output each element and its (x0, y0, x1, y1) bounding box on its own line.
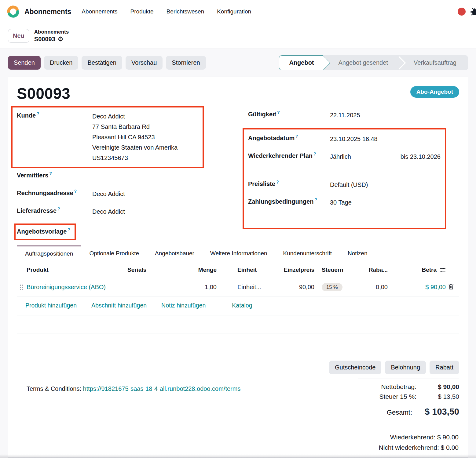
preisliste-label: Preisliste? (248, 179, 330, 187)
help-icon[interactable]: ? (276, 180, 279, 184)
trash-icon[interactable] (448, 283, 454, 290)
new-button[interactable]: Neu (8, 29, 29, 43)
col-betrag[interactable]: Betra (389, 262, 447, 278)
col-steuern[interactable]: Steuern (316, 262, 361, 278)
add-product-link[interactable]: Produkt hinzufügen (25, 302, 77, 309)
col-menge[interactable]: Menge (157, 262, 218, 278)
unit-price-cell[interactable]: 90,00 (270, 279, 316, 296)
menu-berichtswesen[interactable]: Berichtswesen (167, 8, 204, 15)
discount-button[interactable]: Rabatt (430, 361, 459, 374)
help-icon[interactable]: ? (57, 206, 60, 211)
angebotsdatum-value[interactable]: 23.10.2025 16:48 (330, 133, 441, 144)
discount-cell[interactable]: 0,00 (361, 279, 389, 296)
help-icon[interactable]: ? (37, 111, 39, 116)
cancel-button[interactable]: Stornieren (166, 56, 206, 70)
print-button[interactable]: Drucken (44, 56, 78, 70)
action-row: Senden Drucken Bestätigen Vorschau Storn… (0, 55, 476, 70)
actions-column-header (447, 265, 459, 274)
help-icon[interactable]: ? (314, 197, 317, 202)
drag-handle[interactable] (17, 280, 25, 295)
notebook-tabs: Auftragspositionen Optionale Produkte An… (17, 245, 459, 262)
tab-angebotsbauer[interactable]: Angebotsbauer (147, 245, 202, 262)
tab-weitere-informationen[interactable]: Weitere Informationen (202, 245, 275, 262)
vermittlers-value[interactable] (92, 170, 204, 171)
breadcrumb-parent[interactable]: Abonnements (34, 29, 69, 35)
non-recurring-line: Nicht wiederkehrend: $ 0.00 (17, 442, 459, 453)
tax-badge[interactable]: 15 % (322, 283, 342, 291)
col-produkt[interactable]: Produkt (25, 262, 126, 278)
empty-table-area-2 (17, 333, 459, 352)
recurring-summary: Wiederkehrend: $ 90.00 Nicht wiederkehre… (17, 432, 459, 453)
tax-amount-value: $ 13,50 (416, 393, 459, 400)
table-footer-links: Produkt hinzufügen Abschnitt hinzufügen … (17, 296, 459, 315)
field-zahlungsbedingungen: Zahlungsbedingungen? 30 Tage (248, 197, 441, 221)
product-cell[interactable]: Büroreinigungsservice (ABO) (25, 279, 126, 296)
menu-produkte[interactable]: Produkte (130, 8, 154, 15)
lieferadresse-value[interactable]: Deco Addict (92, 206, 204, 217)
confirm-button[interactable]: Bestätigen (82, 56, 122, 70)
coupon-code-button[interactable]: Gutscheincode (329, 361, 381, 374)
adjust-columns-icon[interactable] (440, 267, 446, 273)
net-amount-value: $ 90,00 (416, 383, 459, 391)
reward-button[interactable]: Belohnung (385, 361, 426, 374)
top-navbar: Abonnements Abonnements Produkte Bericht… (0, 0, 476, 23)
col-serials[interactable]: Serials (126, 262, 157, 278)
rechnungsadresse-value[interactable]: Deco Addict (92, 188, 204, 199)
table-header-row: Produkt Serials Menge Einheit Einzelprei… (17, 262, 459, 278)
tab-auftragspositionen[interactable]: Auftragspositionen (17, 245, 81, 262)
preisliste-value[interactable]: Default (USD) (330, 179, 441, 190)
lieferadresse-label: Lieferadresse? (17, 206, 92, 214)
order-lines-table: Produkt Serials Menge Einheit Einzelprei… (17, 262, 459, 352)
menu-abonnements[interactable]: Abonnements (82, 8, 117, 15)
record-header: S00093 Abo-Angebot (17, 85, 459, 103)
help-icon[interactable]: ? (313, 151, 316, 156)
send-button[interactable]: Senden (8, 56, 41, 70)
col-einzelpreis[interactable]: Einzelpreis (270, 262, 316, 278)
tab-kundenunterschrift[interactable]: Kundenunterschrift (275, 245, 340, 262)
angebotsvorlage-label: Angebotsvorlage? (17, 227, 70, 235)
angebotsvorlage-highlight-box: Angebotsvorlage? (14, 224, 76, 240)
help-icon[interactable]: ? (295, 134, 298, 139)
delete-row-cell[interactable] (447, 278, 459, 296)
add-section-link[interactable]: Abschnitt hinzufügen (91, 302, 147, 309)
debug-bug-icon[interactable] (470, 7, 476, 16)
status-step-angebot-gesendet[interactable]: Angebot gesendet (323, 55, 400, 70)
help-icon[interactable]: ? (49, 171, 52, 176)
breadcrumb-bar: Neu Abonnements S00093 ⚙ (0, 23, 476, 49)
terms-line: Terms & Conditions: https://91821675-saa… (27, 385, 240, 418)
fields-left-column: Kunde? Deco Addict 77 Santa Barbara Rd P… (17, 109, 204, 241)
handle-column-header (17, 265, 25, 274)
app-name[interactable]: Abonnements (24, 8, 71, 16)
tax-cell[interactable]: 15 % (316, 278, 361, 296)
gear-icon[interactable]: ⚙ (58, 35, 64, 43)
tab-notizen[interactable]: Notizen (340, 245, 375, 262)
amount-cell[interactable]: $ 90,00 (389, 279, 447, 296)
breadcrumb-current: S00093 ⚙ (34, 35, 69, 43)
status-step-angebot[interactable]: Angebot (279, 55, 323, 70)
plan-value[interactable]: Jährlich bis 23.10.2026 (330, 151, 441, 162)
terms-link[interactable]: https://91821675-saas-18-4-all.runbot228… (83, 385, 241, 392)
help-icon[interactable]: ? (74, 189, 77, 194)
tab-optionale-produkte[interactable]: Optionale Produkte (81, 245, 147, 262)
main-menu: Abonnements Produkte Berichtswesen Konfi… (82, 8, 251, 15)
col-einheit[interactable]: Einheit (218, 262, 270, 278)
plan-until[interactable]: bis 23.10.2026 (401, 151, 441, 162)
catalog-link[interactable]: Katalog (232, 302, 252, 309)
status-step-verkaufsauftrag[interactable]: Verkaufsauftrag (400, 55, 468, 70)
col-rabatt[interactable]: Raba... (361, 262, 389, 278)
zahlungsbedingungen-value[interactable]: 30 Tage (330, 197, 441, 208)
gueltigkeit-value[interactable]: 22.11.2025 (330, 109, 446, 120)
preview-button[interactable]: Vorschau (126, 56, 163, 70)
recurring-line: Wiederkehrend: $ 90.00 (17, 432, 459, 442)
help-icon[interactable]: ? (277, 110, 280, 115)
app-logo-icon[interactable] (6, 5, 20, 19)
field-preisliste: Preisliste? Default (USD) (248, 179, 441, 197)
serials-cell[interactable] (126, 282, 157, 292)
kunde-value[interactable]: Deco Addict 77 Santa Barbara Rd Pleasant… (92, 111, 198, 163)
menu-konfiguration[interactable]: Konfiguration (217, 8, 251, 15)
help-icon[interactable]: ? (68, 227, 70, 232)
vermittlers-label: Vermittlers? (17, 170, 92, 179)
unit-cell[interactable]: Einheit... (218, 279, 270, 296)
add-note-link[interactable]: Notiz hinzufügen (161, 302, 206, 309)
qty-cell[interactable]: 1,00 (157, 279, 218, 296)
